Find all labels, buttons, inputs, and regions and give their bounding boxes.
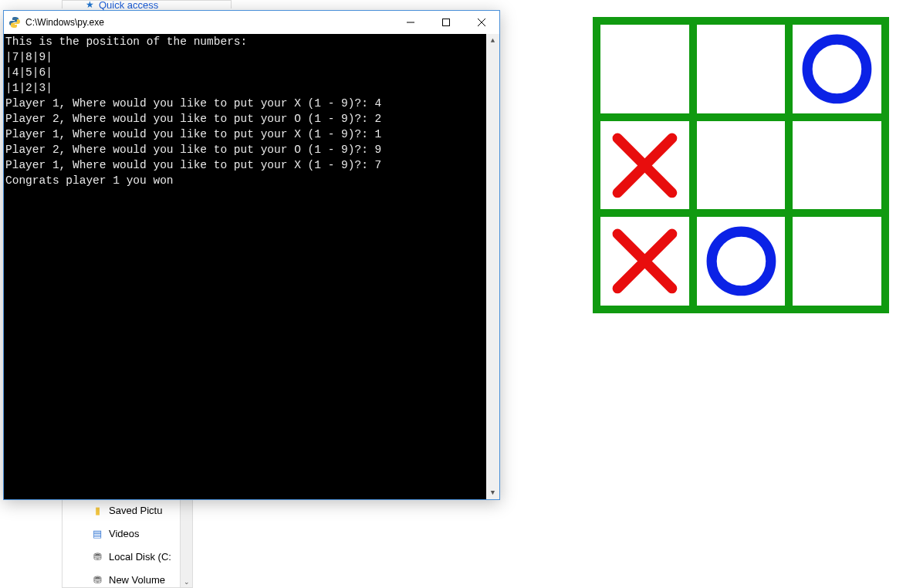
- explorer-scrollbar[interactable]: ⌄: [180, 498, 192, 587]
- close-icon: [478, 19, 485, 26]
- star-icon: ★: [86, 0, 94, 10]
- ttt-cell-5[interactable]: [697, 121, 786, 210]
- console-scrollbar[interactable]: ▲ ▼: [486, 34, 499, 499]
- console-window: C:\Windows\py.exe This is the position o…: [3, 10, 500, 500]
- ttt-cell-2[interactable]: [697, 217, 786, 306]
- ttt-cell-8[interactable]: [697, 25, 786, 113]
- explorer-item-local-disk-c[interactable]: ⛃ Local Disk (C:: [63, 545, 192, 568]
- svg-point-4: [807, 39, 867, 99]
- maximize-button[interactable]: [428, 11, 464, 34]
- window-title: C:\Windows\py.exe: [25, 17, 104, 28]
- svg-point-9: [712, 231, 771, 291]
- film-icon: ▤: [90, 528, 104, 539]
- ttt-cell-6[interactable]: [793, 121, 881, 210]
- maximize-icon: [442, 19, 450, 26]
- disk-icon: ⛃: [90, 551, 104, 563]
- minimize-icon: [407, 19, 414, 26]
- python-icon: [8, 16, 21, 29]
- ttt-cell-7[interactable]: [600, 25, 689, 113]
- window-titlebar[interactable]: C:\Windows\py.exe: [4, 11, 499, 34]
- ttt-cell-9[interactable]: [793, 25, 881, 113]
- svg-rect-1: [443, 19, 450, 26]
- explorer-item-saved-pictures[interactable]: ▮ Saved Pictu: [63, 498, 192, 522]
- explorer-quick-access-fragment: ★ Quick access: [62, 0, 232, 8]
- disk-icon: ⛃: [90, 574, 104, 586]
- quick-access-label: Quick access: [99, 0, 158, 11]
- tictactoe-board: [593, 17, 889, 313]
- explorer-item-new-volume[interactable]: ⛃ New Volume: [63, 568, 192, 588]
- ttt-cell-4[interactable]: [600, 121, 689, 210]
- minimize-button[interactable]: [393, 11, 428, 34]
- close-button[interactable]: [464, 11, 499, 34]
- scroll-up-arrow-icon[interactable]: ▲: [486, 34, 499, 47]
- console-text: This is the position of the numbers: |7|…: [5, 35, 381, 187]
- x-mark-icon: [606, 222, 684, 300]
- ttt-cell-3[interactable]: [793, 217, 881, 306]
- x-mark-icon: [606, 127, 684, 204]
- explorer-sidebar-fragment: ▮ Saved Pictu ▤ Videos ⛃ Local Disk (C: …: [62, 498, 193, 588]
- chevron-down-icon: ⌄: [184, 578, 190, 586]
- o-mark-icon: [702, 222, 780, 300]
- ttt-cell-1[interactable]: [600, 217, 689, 306]
- folder-icon: ▮: [90, 505, 104, 516]
- explorer-item-videos[interactable]: ▤ Videos: [63, 522, 192, 545]
- console-output[interactable]: This is the position of the numbers: |7|…: [4, 34, 499, 499]
- o-mark-icon: [798, 30, 876, 108]
- scroll-down-arrow-icon[interactable]: ▼: [486, 486, 499, 499]
